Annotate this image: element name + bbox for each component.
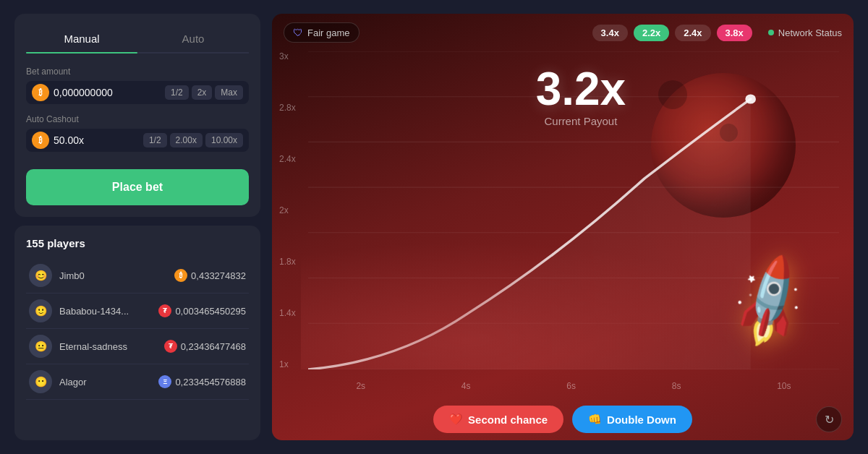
network-status-label: Network Status xyxy=(778,27,842,38)
players-panel: 155 players 😊 Jimb0 ₿ 0,433274832 🙂 Baba… xyxy=(14,226,260,440)
y-label-24: 2.4x xyxy=(279,154,296,164)
cashout-200-button[interactable]: 2.00x xyxy=(170,133,203,147)
player-avatar: 😶 xyxy=(29,370,52,393)
bet-max-button[interactable]: Max xyxy=(215,85,243,100)
player-bet: ₮ 0,003465450295 xyxy=(158,304,246,317)
x-axis: 2s 4s 6s 8s 10s xyxy=(308,381,839,391)
player-name: Bababou-1434... xyxy=(59,306,151,317)
fair-game-badge[interactable]: 🛡 Fair game xyxy=(284,22,359,43)
auto-cashout-buttons: 1/2 2.00x 10.00x xyxy=(143,133,243,147)
bet-amount-input-row: ₿ 0,000000000 1/2 2x Max xyxy=(26,81,249,104)
left-panel: Manual Auto Bet amount ₿ 0,000000000 1/2… xyxy=(14,14,260,440)
player-name: Jimb0 xyxy=(59,270,167,281)
auto-cashout-label: Auto Cashout xyxy=(26,114,249,124)
rocket-icon: 🚀 xyxy=(715,249,823,356)
tab-manual[interactable]: Manual xyxy=(26,25,137,52)
player-bet-value: 0,233454576888 xyxy=(175,377,246,387)
y-label-14: 1.4x xyxy=(279,308,296,318)
payout-label: Current Payout xyxy=(536,115,626,127)
double-down-label: Double Down xyxy=(607,414,676,426)
second-chance-label: Second chance xyxy=(468,414,548,426)
y-label-18: 1.8x xyxy=(279,257,296,267)
y-label-2: 2x xyxy=(279,205,296,215)
x-label-2s: 2s xyxy=(356,381,365,391)
btc-icon: ₿ xyxy=(32,84,49,101)
multiplier-pills: 3.4x 2.2x 2.4x 3.8x xyxy=(592,25,752,41)
players-list: 😊 Jimb0 ₿ 0,433274832 🙂 Bababou-1434... … xyxy=(26,258,249,400)
bet-amount-buttons: 1/2 2x Max xyxy=(165,85,243,100)
player-name: Eternal-sadness xyxy=(59,341,157,352)
auto-cashout-value[interactable]: 50.00x xyxy=(54,134,139,146)
second-chance-button[interactable]: ❤️ Second chance xyxy=(433,406,563,433)
bet-double-button[interactable]: 2x xyxy=(192,85,213,100)
y-axis: 3x 2.8x 2.4x 2x 1.8x 1.4x 1x xyxy=(279,51,296,369)
y-label-1: 1x xyxy=(279,359,296,369)
y-label-3: 3x xyxy=(279,51,296,61)
rocket-container: 🚀 xyxy=(729,265,810,340)
network-status: Network Status xyxy=(768,27,842,38)
cashout-half-button[interactable]: 1/2 xyxy=(143,133,167,147)
player-bet-value: 0,003465450295 xyxy=(175,306,246,317)
player-avatar: 🙂 xyxy=(29,299,52,322)
player-bet-value: 0,433274832 xyxy=(191,270,246,281)
pill-4[interactable]: 3.8x xyxy=(717,25,752,41)
x-label-10s: 10s xyxy=(777,381,791,391)
game-bottombar: ❤️ Second chance 👊 Double Down ↻ xyxy=(272,398,854,440)
chart-area: 3x 2.8x 2.4x 2x 1.8x 1.4x 1x xyxy=(272,51,854,398)
cashout-1000-button[interactable]: 10.00x xyxy=(205,133,243,147)
auto-cashout-input-row: ₿ 50.00x 1/2 2.00x 10.00x xyxy=(26,129,249,152)
payout-value: 3.2x xyxy=(536,66,626,112)
player-coin-icon: Ξ xyxy=(158,375,171,388)
player-row: 😶 Alagor Ξ 0,233454576888 xyxy=(26,364,249,400)
network-dot xyxy=(768,30,774,35)
game-panel: 🛡 Fair game 3.4x 2.2x 2.4x 3.8x Network … xyxy=(272,14,854,440)
fair-game-label: Fair game xyxy=(307,27,350,38)
x-label-4s: 4s xyxy=(461,381,471,391)
pill-1[interactable]: 3.4x xyxy=(592,25,628,41)
player-row: 🙂 Bababou-1434... ₮ 0,003465450295 xyxy=(26,294,249,329)
player-name: Alagor xyxy=(59,377,151,387)
tab-indicator xyxy=(26,52,137,53)
pill-2[interactable]: 2.2x xyxy=(634,25,669,41)
tab-auto[interactable]: Auto xyxy=(137,25,249,52)
player-bet: ₿ 0,433274832 xyxy=(174,269,246,282)
payout-display: 3.2x Current Payout xyxy=(536,66,626,127)
x-label-6s: 6s xyxy=(566,381,576,391)
auto-cashout-btc-icon: ₿ xyxy=(32,132,49,149)
refresh-button[interactable]: ↻ xyxy=(816,406,842,432)
player-row: 😊 Jimb0 ₿ 0,433274832 xyxy=(26,258,249,294)
pill-3[interactable]: 2.4x xyxy=(675,25,710,41)
player-coin-icon: ₿ xyxy=(174,269,187,282)
player-bet: Ξ 0,233454576888 xyxy=(158,375,246,388)
game-topbar: 🛡 Fair game 3.4x 2.2x 2.4x 3.8x Network … xyxy=(272,14,854,51)
bet-half-button[interactable]: 1/2 xyxy=(165,85,189,100)
bet-panel: Manual Auto Bet amount ₿ 0,000000000 1/2… xyxy=(14,14,260,217)
tabs: Manual Auto xyxy=(26,25,249,53)
player-row: 😐 Eternal-sadness ₮ 0,23436477468 xyxy=(26,329,249,364)
double-down-emoji: 👊 xyxy=(588,413,602,426)
player-avatar: 😊 xyxy=(29,264,52,287)
player-coin-icon: ₮ xyxy=(164,340,177,353)
player-bet: ₮ 0,23436477468 xyxy=(164,340,246,353)
x-label-8s: 8s xyxy=(672,381,681,391)
players-count: 155 players xyxy=(26,237,249,249)
double-down-button[interactable]: 👊 Double Down xyxy=(572,406,692,433)
y-label-28: 2.8x xyxy=(279,103,296,113)
svg-point-8 xyxy=(745,94,756,103)
player-bet-value: 0,23436477468 xyxy=(181,341,246,352)
player-coin-icon: ₮ xyxy=(158,304,171,317)
second-chance-emoji: ❤️ xyxy=(449,413,463,426)
bet-amount-label: Bet amount xyxy=(26,67,249,77)
player-avatar: 😐 xyxy=(29,335,52,358)
place-bet-button[interactable]: Place bet xyxy=(26,169,249,205)
shield-icon: 🛡 xyxy=(293,27,303,38)
bet-amount-value[interactable]: 0,000000000 xyxy=(54,87,161,98)
